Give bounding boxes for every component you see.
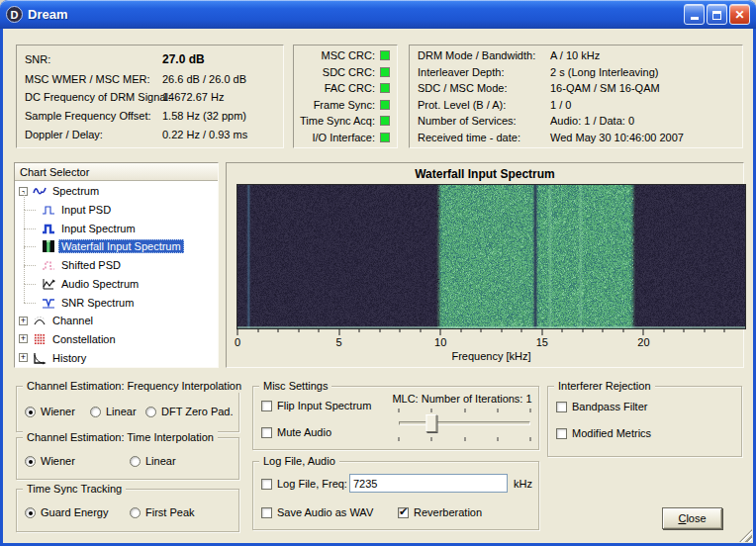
checkbox-box xyxy=(398,507,409,518)
close-button-text: Close xyxy=(678,512,706,524)
tree-item-label: Audio Spectrum xyxy=(58,277,142,291)
slider-ticks xyxy=(399,437,530,441)
info-value: 2 s (Long Interleaving) xyxy=(550,66,658,78)
checkbox-flip-input-spectrum[interactable]: Flip Input Spectrum xyxy=(261,400,371,411)
info-panel: DRM Mode / Bandwidth:A / 10 kHz Interlea… xyxy=(409,45,743,148)
tree-item-label: Input Spectrum xyxy=(58,222,139,235)
sync-row: SDC CRC: xyxy=(298,66,393,78)
minimize-button[interactable] xyxy=(684,4,705,25)
status-led xyxy=(380,116,390,126)
checkbox-mute-audio[interactable]: Mute Audio xyxy=(261,426,331,438)
info-label: Number of Services: xyxy=(418,115,550,127)
radio-dot xyxy=(90,407,101,417)
expand-toggle[interactable]: + xyxy=(19,317,28,325)
x-axis: 05101520 xyxy=(237,328,745,350)
group-title-time-sync: Time Sync Tracking xyxy=(23,482,126,496)
checkbox-label: Save Audio as WAV xyxy=(277,506,373,518)
info-value: 16-QAM / SM 16-QAM xyxy=(550,82,660,94)
chart-selector-header[interactable]: Chart Selector xyxy=(15,163,218,181)
tree-item-spectrum[interactable]: - Spectrum xyxy=(15,182,218,201)
tree-item-label: Shifted PSD xyxy=(58,258,124,272)
close-button[interactable]: Close xyxy=(662,507,722,529)
info-row: Number of Services:Audio: 1 / Data: 0 xyxy=(418,115,734,127)
checkbox-label: Flip Input Spectrum xyxy=(277,400,371,411)
maximize-button[interactable] xyxy=(707,4,727,25)
info-label: SDC / MSC Mode: xyxy=(418,82,550,94)
tree-item-snr-spectrum[interactable]: SNR Spectrum xyxy=(15,293,218,312)
channel-icon xyxy=(32,314,47,327)
group-title-logfile: Log File, Audio xyxy=(259,454,339,468)
radio-linear-time[interactable]: Linear xyxy=(130,455,176,467)
tree-item-input-spectrum[interactable]: Input Spectrum xyxy=(15,219,218,237)
checkbox-box xyxy=(261,401,272,411)
checkbox-modified-metrics[interactable]: Modified Metrics xyxy=(556,427,651,439)
sync-label: FAC CRC: xyxy=(325,82,375,94)
status-value: 1.58 Hz (32 ppm) xyxy=(162,110,246,122)
expand-toggle[interactable]: + xyxy=(19,353,28,362)
mlc-slider xyxy=(399,409,530,442)
radio-linear-freq[interactable]: Linear xyxy=(90,406,137,417)
history-icon xyxy=(32,351,47,365)
audio-spectrum-icon xyxy=(41,277,56,291)
info-label: Received time - date: xyxy=(418,132,550,143)
close-button-rest: lose xyxy=(686,512,706,524)
status-led xyxy=(380,67,390,77)
status-row: MSC WMER / MSC MER:26.6 dB / 26.0 dB xyxy=(25,73,275,85)
radio-dot xyxy=(130,507,141,518)
tree-item-label: Input PSD xyxy=(58,203,114,217)
checkbox-box xyxy=(556,402,567,412)
radio-dot xyxy=(25,507,36,518)
radio-dft-zero-pad[interactable]: DFT Zero Pad. xyxy=(145,406,234,417)
tree-item-waterfall-input-spectrum[interactable]: Waterfall Input Spectrum xyxy=(15,237,218,256)
tree-item-label: Constellation xyxy=(49,332,119,346)
radio-wiener-time[interactable]: Wiener xyxy=(25,455,75,467)
status-led xyxy=(380,83,390,93)
status-value: 0.22 Hz / 0.93 ms xyxy=(162,129,247,140)
close-window-button[interactable] xyxy=(729,4,750,25)
tree-item-history[interactable]: + History xyxy=(15,348,218,367)
status-value: 26.6 dB / 26.0 dB xyxy=(162,73,246,85)
window-title: Dream xyxy=(28,7,67,22)
tree-item-shifted-psd[interactable]: Shifted PSD xyxy=(15,256,218,275)
radio-wiener-freq[interactable]: Wiener xyxy=(25,406,75,417)
titlebar[interactable]: D Dream xyxy=(0,0,756,29)
checkbox-save-audio-wav[interactable]: Save Audio as WAV xyxy=(261,506,373,518)
resize-grip[interactable] xyxy=(739,529,752,542)
chart-selector-tree: - Spectrum Input PSD Input Spectrum Wate… xyxy=(15,181,218,367)
info-row: DRM Mode / Bandwidth:A / 10 kHz xyxy=(418,49,734,61)
checkbox-label: Reverberation xyxy=(414,506,482,518)
radio-label: Wiener xyxy=(41,455,75,467)
group-title-interferer: Interferer Rejection xyxy=(554,379,655,393)
snr-spectrum-icon xyxy=(41,296,56,310)
mlc-slider-track[interactable] xyxy=(399,421,530,425)
tree-item-constellation[interactable]: + Constellation xyxy=(15,330,218,349)
radio-first-peak[interactable]: First Peak xyxy=(130,506,195,518)
group-title-freq-interp: Channel Estimation: Frequency Interpolat… xyxy=(23,379,245,393)
mlc-iterations-label: MLC: Number of Iterations: 1 xyxy=(388,393,536,405)
tree-item-audio-spectrum[interactable]: Audio Spectrum xyxy=(15,275,218,294)
tree-item-channel[interactable]: + Channel xyxy=(15,312,218,330)
tree-item-label: Waterfall Input Spectrum xyxy=(58,239,184,253)
status-row: SNR:27.0 dB xyxy=(25,52,275,66)
close-icon xyxy=(730,5,749,24)
sync-label: MSC CRC: xyxy=(322,49,375,61)
mlc-slider-handle[interactable] xyxy=(426,414,437,432)
status-panel: SNR:27.0 dB MSC WMER / MSC MER:26.6 dB /… xyxy=(16,45,284,148)
radio-guard-energy[interactable]: Guard Energy xyxy=(25,506,108,518)
checkbox-box xyxy=(261,427,272,438)
waterfall-icon xyxy=(41,239,56,253)
checkbox-box xyxy=(261,507,272,518)
snr-value: 27.0 dB xyxy=(162,52,205,66)
checkbox-label: Bandpass Filter xyxy=(572,401,647,412)
status-led xyxy=(380,50,390,60)
time-interp-group: Channel Estimation: Time Interpolation W… xyxy=(16,437,239,480)
info-row: Prot. Level (B / A):1 / 0 xyxy=(418,99,734,111)
checkbox-reverberation[interactable]: Reverberation xyxy=(398,506,482,518)
log-frequency-input[interactable] xyxy=(349,474,508,493)
checkbox-log-file-freq[interactable]: Log File, Freq: xyxy=(261,478,347,490)
tree-item-label: History xyxy=(49,351,89,365)
expand-toggle[interactable]: + xyxy=(19,334,28,343)
tree-item-input-psd[interactable]: Input PSD xyxy=(15,201,218,220)
info-value: 1 / 0 xyxy=(550,99,571,111)
checkbox-bandpass-filter[interactable]: Bandpass Filter xyxy=(556,401,647,412)
